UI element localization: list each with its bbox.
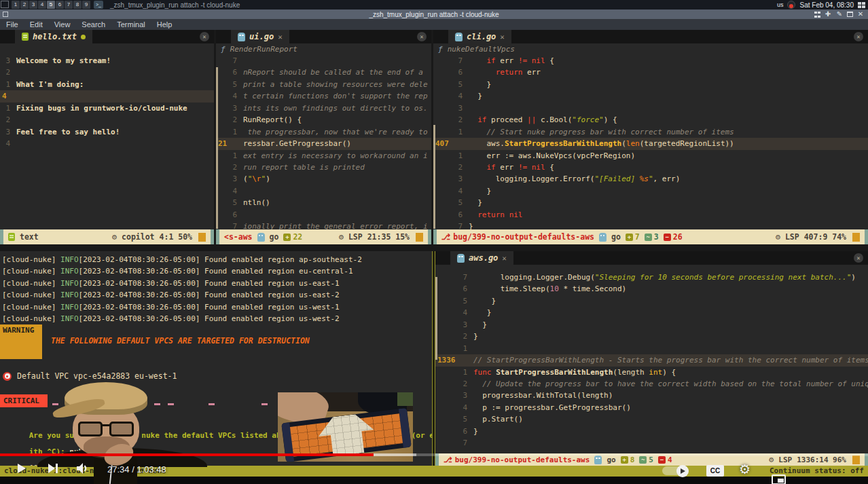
git-modified-icon: ~ xyxy=(645,234,652,241)
tab-aws-go[interactable]: aws.go ✕ xyxy=(450,251,513,265)
code-line: 1336// StartProgressBarWithLength - Star… xyxy=(435,354,868,366)
tab-label: cli.go xyxy=(467,32,496,41)
taskbar-window-9[interactable]: 9 xyxy=(82,1,90,9)
tabbar: cli.go ✕ ✕ xyxy=(433,30,868,43)
code-line: 6 xyxy=(216,209,431,221)
code-line: 4 xyxy=(0,90,214,102)
move-icon[interactable]: ✚ xyxy=(824,10,832,18)
taskbar-window-4[interactable]: 4 xyxy=(38,1,46,9)
scrollbar[interactable] xyxy=(435,277,437,360)
taskbar-window-2[interactable]: 2 xyxy=(20,1,29,9)
taskbar-window-6[interactable]: 6 xyxy=(56,1,64,9)
code-line: 2 if proceed || c.Bool("force") { xyxy=(433,114,868,126)
code-line: 3 xyxy=(433,103,868,114)
code-line: 7 logging.Logger.Debug("Sleeping for 10 … xyxy=(435,272,868,283)
menu-help[interactable]: Help xyxy=(157,20,173,29)
tab-label: ui.go xyxy=(249,32,274,41)
scrollbar[interactable] xyxy=(433,125,435,229)
tab-label: aws.go xyxy=(469,253,498,263)
editor-content[interactable]: 3Welcome to my stream!21What I'm doing:4… xyxy=(0,55,214,229)
statusbar-accent xyxy=(416,233,423,242)
taskbar-window-5[interactable]: 5 xyxy=(47,1,55,9)
code-line: 6 return nil xyxy=(433,209,868,221)
pane-close-icon[interactable]: ✕ xyxy=(417,32,427,41)
tab-ui-go[interactable]: ui.go ✕ xyxy=(231,30,289,43)
menu-file[interactable]: File xyxy=(6,20,18,29)
editor-content[interactable]: 76nReport should be called at the end of… xyxy=(216,55,431,229)
autoplay-toggle[interactable] xyxy=(662,466,687,475)
pane-ui-go: ui.go ✕ ✕ ƒRenderRunReport 76nReport sho… xyxy=(216,30,431,244)
taskbar-window-1[interactable]: 1 xyxy=(12,1,20,9)
statusbar: text ⚙ copilot 4:1 50% xyxy=(0,229,214,244)
code-line: 2run report table is printed xyxy=(216,162,431,173)
taskbar-window-3[interactable]: 3 xyxy=(29,1,37,9)
code-line: 5ntln() xyxy=(216,197,431,208)
next-button[interactable] xyxy=(48,463,59,474)
spinner-dash xyxy=(261,403,268,405)
code-line: [cloud-nuke] INFO[2023-02-04T08:30:26-05… xyxy=(2,301,362,313)
pin-icon[interactable]: ✎ xyxy=(835,10,844,18)
code-line: 407 aws.StartProgressBarWithLength(len(t… xyxy=(433,138,868,149)
tile-icon[interactable] xyxy=(814,10,820,18)
menu-terminal[interactable]: Terminal xyxy=(117,20,145,29)
code-line: 5 p.Start() xyxy=(435,413,868,425)
menu-search[interactable]: Search xyxy=(82,20,105,29)
play-button[interactable] xyxy=(16,463,27,474)
miniplayer-button[interactable] xyxy=(772,474,786,484)
pane-close-icon[interactable]: ✕ xyxy=(200,32,209,41)
menu-view[interactable]: View xyxy=(54,20,71,29)
recorder-icon[interactable] xyxy=(787,1,795,9)
pane-cli-go: cli.go ✕ ✕ ƒnukeDefaultVpcs 7 if err != … xyxy=(433,30,868,244)
code-line: 5 } xyxy=(435,295,868,307)
git-removed-count: 26 xyxy=(673,232,683,242)
code-line: 3 } xyxy=(435,319,868,331)
statusbar-accent xyxy=(852,233,860,242)
taskbar-window-8[interactable]: 8 xyxy=(73,1,82,9)
code-line: 6 return err xyxy=(433,67,868,78)
tab-hello-txt[interactable]: hello.txt xyxy=(15,30,92,43)
code-line: 4 } xyxy=(433,185,868,197)
tabbar: aws.go ✕ ✕ xyxy=(435,251,868,265)
video-progress-bar[interactable] xyxy=(0,453,868,456)
video-played-bar xyxy=(0,453,374,456)
code-line: 6 time.Sleep(10 * time.Second) xyxy=(435,283,868,295)
close-button[interactable]: ✕ xyxy=(856,10,865,18)
pane-close-icon[interactable]: ✕ xyxy=(854,32,863,41)
code-line: 1func StartProgressBarWithLength(length … xyxy=(435,367,868,378)
tab-cli-go[interactable]: cli.go ✕ xyxy=(448,30,511,43)
statusbar: <s-aws go + 22 ⚙ LSP 21:35 15% xyxy=(216,229,431,244)
scrollbar[interactable] xyxy=(216,67,218,229)
editor-content[interactable]: 7 if err != nil {6 return err5 }4 }32 if… xyxy=(433,55,868,229)
taskbar-window-7[interactable]: 7 xyxy=(65,1,73,9)
code-line: 3("\r") xyxy=(216,173,431,185)
captions-button[interactable]: CC xyxy=(706,465,724,477)
pane-close-icon[interactable]: ✕ xyxy=(854,253,863,263)
lang-label: go xyxy=(270,232,279,242)
code-line: 2 if err != nil { xyxy=(433,162,868,173)
glasses xyxy=(78,422,137,438)
taskbar: 1 2 3 4 5 6 7 8 9 >_ _zsh_tmux_plugin_ru… xyxy=(0,0,868,10)
code-line: 3Welcome to my stream! xyxy=(0,55,214,67)
lsp-label: LSP xyxy=(348,232,363,242)
tab-close-icon[interactable]: ✕ xyxy=(502,254,507,263)
code-line: 2 xyxy=(0,114,214,126)
code-line: 7 xyxy=(435,437,868,449)
target-icon xyxy=(3,372,12,381)
code-line: 2RunReport() { xyxy=(216,114,431,126)
code-line: 1 // Start nuke progress bar with correc… xyxy=(433,126,868,138)
code-line: 4 } xyxy=(433,90,868,102)
keyboard-layout-indicator[interactable]: us xyxy=(777,1,784,8)
menu-edit[interactable]: Edit xyxy=(30,20,43,29)
vpc-target-line: Default VPC vpc-e54a2883 eu-west-1 xyxy=(3,371,177,381)
volume-icon[interactable] xyxy=(76,462,90,474)
maximize-button[interactable] xyxy=(847,12,853,17)
settings-gear-icon[interactable]: ⚙ xyxy=(739,463,751,476)
terminal-launcher-icon[interactable]: >_ xyxy=(94,1,103,9)
workspace-grid-icon[interactable] xyxy=(858,2,865,8)
editor-content[interactable]: 7 logging.Logger.Debug("Sleeping for 10 … xyxy=(435,272,868,453)
code-line: 2} xyxy=(435,331,868,342)
statusbar-accent xyxy=(198,233,206,242)
tab-close-icon[interactable]: ✕ xyxy=(278,33,283,41)
pane-divider[interactable] xyxy=(0,244,868,251)
tab-close-icon[interactable]: ✕ xyxy=(500,33,505,41)
